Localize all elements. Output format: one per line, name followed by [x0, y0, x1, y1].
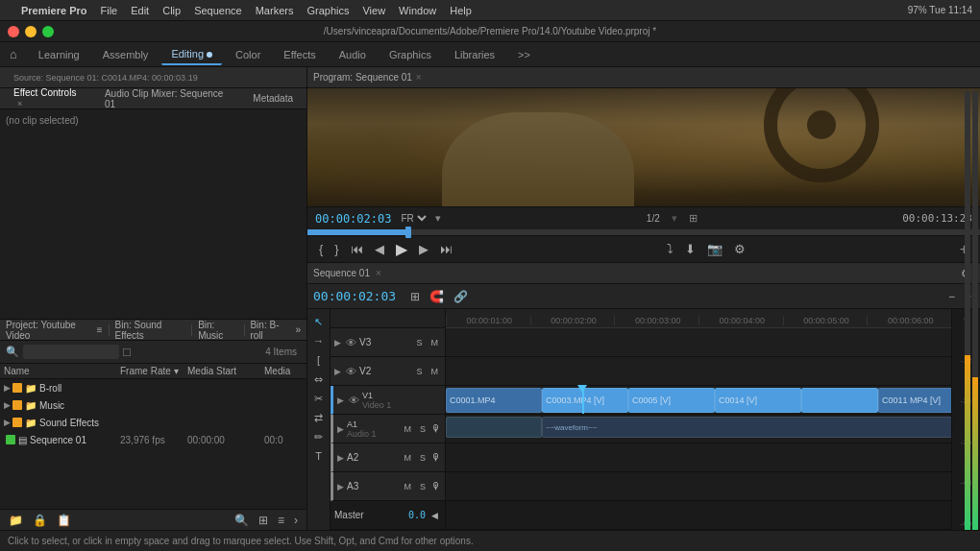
export-frame-button[interactable]: 📷: [703, 240, 726, 258]
menu-window[interactable]: Window: [399, 5, 436, 16]
close-button[interactable]: [8, 26, 19, 37]
search-button[interactable]: 🔍: [232, 512, 252, 529]
track-toggle-v1[interactable]: ▶: [337, 395, 344, 405]
pen-tool[interactable]: ✏: [310, 428, 328, 445]
tab-effects[interactable]: Effects: [274, 45, 325, 64]
a2-solo[interactable]: S: [417, 451, 429, 465]
menu-sequence[interactable]: Sequence: [194, 5, 242, 16]
list-item[interactable]: ▶ 📁 B-roll: [0, 379, 306, 396]
track-toggle-v3[interactable]: ▶: [334, 338, 341, 347]
clip-c0014[interactable]: C0014 [V]: [715, 388, 801, 413]
more-icon[interactable]: »: [295, 324, 301, 335]
step-back-button[interactable]: ◀: [371, 240, 388, 258]
track-toggle-a3[interactable]: ▶: [337, 482, 344, 491]
col-mediastart[interactable]: Media Start: [187, 366, 264, 376]
more-options-button[interactable]: ›: [291, 512, 301, 529]
track-toggle-v2[interactable]: ▶: [334, 367, 341, 376]
list-view-button[interactable]: ≡: [275, 512, 287, 529]
tab-learning[interactable]: Learning: [29, 45, 89, 64]
snap-button[interactable]: 🧲: [427, 288, 447, 305]
tab-more[interactable]: >>: [508, 45, 540, 64]
progress-handle[interactable]: [405, 227, 411, 238]
track-row-a3[interactable]: [446, 472, 951, 501]
clipboard-button[interactable]: 📋: [54, 512, 74, 529]
timeline-tab-close[interactable]: ×: [376, 268, 381, 278]
menu-view[interactable]: View: [362, 5, 385, 16]
track-row-v3[interactable]: [446, 328, 951, 357]
bin-music[interactable]: Bin: Music: [198, 320, 237, 341]
track-row-a2[interactable]: [446, 443, 951, 472]
monitor-close-icon[interactable]: ×: [416, 72, 422, 83]
clip-empty[interactable]: [801, 388, 878, 413]
v3-sync[interactable]: S: [413, 336, 425, 349]
col-framerate[interactable]: Frame Rate ▾: [120, 366, 187, 376]
home-icon[interactable]: ⌂: [10, 47, 17, 61]
track-eye-v1[interactable]: 👁: [349, 395, 359, 406]
playhead[interactable]: [582, 386, 584, 414]
monitor-progress-bar[interactable]: [307, 229, 980, 235]
menu-markers[interactable]: Markers: [256, 5, 294, 16]
minimize-button[interactable]: [25, 26, 37, 37]
tab-audio-clip-mixer[interactable]: Audio Clip Mixer: Sequence 01: [97, 86, 243, 111]
col-media[interactable]: Media: [264, 366, 303, 376]
tab-color[interactable]: Color: [226, 45, 270, 64]
v2-sync[interactable]: S: [413, 365, 425, 378]
mark-out-button[interactable]: }: [331, 240, 342, 258]
icon-view-button[interactable]: ⊞: [256, 512, 271, 529]
list-item[interactable]: ▶ 📁 Sound Effects: [0, 414, 306, 431]
a2-mute[interactable]: M: [401, 451, 414, 465]
step-forward-button[interactable]: ▶: [415, 240, 432, 258]
v2-mute[interactable]: M: [429, 365, 442, 378]
selection-tool[interactable]: ↖: [310, 313, 328, 330]
track-eye-v3[interactable]: 👁: [346, 337, 356, 348]
fit-button[interactable]: ⊞: [689, 212, 698, 225]
tab-libraries[interactable]: Libraries: [445, 45, 504, 64]
a1-solo[interactable]: S: [417, 422, 429, 436]
project-search-input[interactable]: [23, 345, 119, 359]
play-button[interactable]: ▶: [392, 238, 411, 260]
a3-solo[interactable]: S: [417, 480, 429, 493]
clip-c0001[interactable]: C0001.MP4: [446, 388, 542, 413]
list-item[interactable]: ▶ 📁 Music: [0, 396, 306, 414]
track-row-master[interactable]: [446, 501, 951, 530]
insert-button[interactable]: ⤵: [663, 240, 677, 258]
clip-c0005[interactable]: C0005 [V]: [628, 388, 715, 413]
menu-graphics[interactable]: Graphics: [306, 5, 349, 16]
track-row-v1[interactable]: C0001.MP4 C0003.MP4 [V] C0005 [V] C0014 …: [446, 386, 951, 415]
next-frame-button[interactable]: ⏭: [436, 240, 456, 258]
audio-clip-1[interactable]: [446, 417, 542, 438]
linked-button[interactable]: 🔗: [451, 288, 471, 305]
slip-tool[interactable]: ⇄: [310, 409, 328, 426]
audio-clip-long[interactable]: ~~waveform~~: [542, 417, 951, 438]
tab-metadata[interactable]: Metadata: [245, 91, 301, 106]
menu-clip[interactable]: Clip: [162, 5, 181, 16]
razor-tool[interactable]: ✂: [310, 390, 328, 407]
menu-edit[interactable]: Edit: [131, 5, 149, 16]
new-bin-icon[interactable]: □: [123, 345, 131, 359]
track-row-v2[interactable]: [446, 357, 951, 386]
menu-help[interactable]: Help: [450, 5, 472, 16]
lock-button[interactable]: 🔒: [30, 512, 50, 529]
tab-assembly[interactable]: Assembly: [93, 45, 159, 64]
tab-effect-controls[interactable]: Effect Controls ×: [6, 85, 95, 112]
bin-sound[interactable]: Bin: Sound Effects: [114, 320, 185, 341]
mark-in-button[interactable]: {: [315, 240, 327, 258]
track-select-tool[interactable]: →: [310, 332, 328, 349]
text-tool[interactable]: T: [310, 447, 328, 465]
clip-c0011[interactable]: C0011 MP4 [V]: [878, 388, 951, 413]
frame-rate-selector[interactable]: FR: [397, 212, 429, 225]
track-eye-v2[interactable]: 👁: [346, 366, 356, 377]
overwrite-button[interactable]: ⬇: [681, 240, 699, 258]
tab-audio[interactable]: Audio: [330, 45, 376, 64]
ripple-edit-tool[interactable]: [: [310, 351, 328, 369]
track-row-a1[interactable]: ~~waveform~~: [446, 415, 951, 443]
track-toggle-a1[interactable]: ▶: [337, 424, 344, 434]
tab-graphics[interactable]: Graphics: [380, 45, 441, 64]
settings-button[interactable]: ⚙: [730, 240, 749, 258]
new-bin-button[interactable]: 📁: [6, 512, 26, 529]
rolling-edit-tool[interactable]: ⇔: [310, 371, 328, 388]
a3-mute[interactable]: M: [401, 480, 414, 493]
tab-editing[interactable]: Editing: [161, 44, 222, 65]
fit-timeline-button[interactable]: ⊞: [407, 288, 423, 305]
track-toggle-a2[interactable]: ▶: [337, 453, 344, 463]
